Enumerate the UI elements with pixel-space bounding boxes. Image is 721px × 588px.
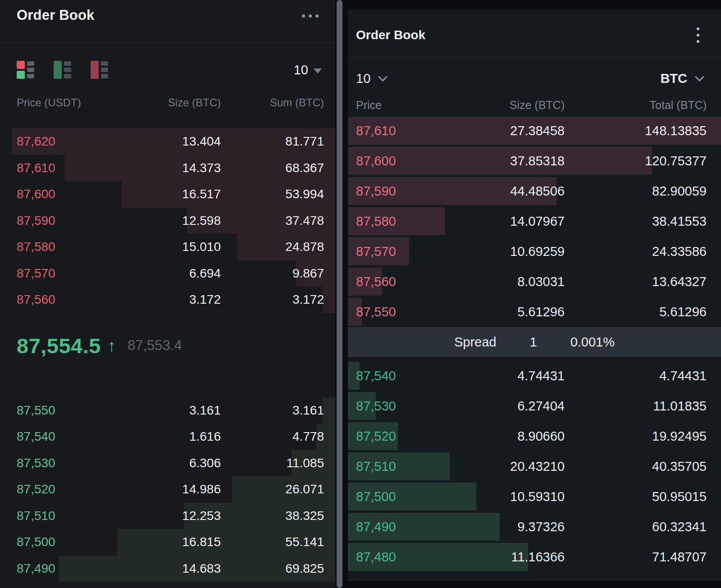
size-value: 9.37326 xyxy=(456,520,565,534)
price-up-arrow-icon: ↑ xyxy=(107,336,116,356)
asks-only-view-icon[interactable] xyxy=(91,61,110,79)
depth-select-value: 10 xyxy=(356,71,370,86)
column-headers: Price Size (BTC) Total (BTC) xyxy=(348,98,721,112)
depth-select-value: 10 xyxy=(294,63,308,77)
ask-row[interactable]: 87,5608.0303113.64327 xyxy=(348,267,721,297)
bid-price: 87,520 xyxy=(17,482,126,497)
bid-row[interactable]: 87,51020.4321040.35705 xyxy=(348,451,721,482)
order-book-toolbar: 10 BTC xyxy=(348,64,721,93)
ask-row[interactable]: 87,5706.6949.867 xyxy=(0,260,335,287)
ask-row[interactable]: 87,57010.6925924.33586 xyxy=(348,237,721,267)
bid-row[interactable]: 87,51012.25338.325 xyxy=(0,503,335,529)
sum-value: 5.61296 xyxy=(565,305,707,319)
bid-price: 87,480 xyxy=(356,550,456,565)
ask-price: 87,610 xyxy=(17,161,126,175)
size-column-header: Size (BTC) xyxy=(456,99,565,112)
ask-row[interactable]: 87,58015.01024.878 xyxy=(0,234,335,260)
depth-bar xyxy=(323,287,335,313)
bid-row[interactable]: 87,5306.2740411.01835 xyxy=(348,391,721,421)
window-divider-handle[interactable] xyxy=(337,0,342,588)
ask-row[interactable]: 87,5505.612965.61296 xyxy=(348,297,721,327)
price-column-header: Price xyxy=(356,99,456,112)
panel-title: Order Book xyxy=(356,28,425,42)
ask-row[interactable]: 87,60037.85318120.75377 xyxy=(348,146,721,176)
size-value: 20.43210 xyxy=(456,459,565,474)
bid-row[interactable]: 87,5401.6164.778 xyxy=(0,424,335,450)
column-headers: Price (USDT) Size (BTC) Sum (BTC) xyxy=(0,96,335,109)
bid-row[interactable]: 87,52014.98626.071 xyxy=(0,476,335,503)
chevron-down-icon xyxy=(695,72,704,81)
bid-price: 87,500 xyxy=(356,489,456,504)
sum-value: 19.92495 xyxy=(565,429,707,444)
bid-price: 87,540 xyxy=(17,429,126,444)
bid-row[interactable]: 87,50010.5931050.95015 xyxy=(348,482,721,512)
asset-select-value: BTC xyxy=(660,71,687,86)
sum-value: 55.141 xyxy=(221,535,324,549)
size-value: 6.27404 xyxy=(456,399,565,414)
more-horizontal-icon[interactable] xyxy=(302,14,319,18)
bid-price: 87,490 xyxy=(17,561,126,576)
bids-list: 87,5503.1613.16187,5401.6164.77887,5306.… xyxy=(0,397,335,582)
ask-price: 87,570 xyxy=(356,244,456,259)
size-value: 5.61296 xyxy=(456,305,565,319)
bid-row[interactable]: 87,4909.3732660.32341 xyxy=(348,512,721,542)
sum-value: 38.41553 xyxy=(565,214,707,229)
ask-row[interactable]: 87,58014.0796738.41553 xyxy=(348,206,721,237)
combined-book-view-icon[interactable] xyxy=(17,61,37,79)
sum-value: 38.325 xyxy=(221,509,324,523)
bid-row[interactable]: 87,5208.9066019.92495 xyxy=(348,421,721,451)
sum-value: 3.161 xyxy=(221,403,324,418)
bid-row[interactable]: 87,48011.1636671.48707 xyxy=(348,542,721,572)
bid-row[interactable]: 87,5306.30611.085 xyxy=(0,450,335,477)
bids-only-view-icon[interactable] xyxy=(54,61,73,79)
depth-select[interactable]: 10 xyxy=(294,63,322,77)
bid-row[interactable]: 87,49014.68369.825 xyxy=(0,556,335,582)
bid-row[interactable]: 87,5503.1613.161 xyxy=(0,397,335,424)
size-value: 10.59310 xyxy=(456,489,565,504)
ask-price: 87,560 xyxy=(17,292,126,307)
bid-price: 87,530 xyxy=(356,399,456,414)
ask-row[interactable]: 87,5603.1723.172 xyxy=(0,287,335,313)
ask-row[interactable]: 87,61027.38458148.13835 xyxy=(348,116,721,146)
ask-row[interactable]: 87,59012.59837.478 xyxy=(0,208,335,234)
panel-title: Order Book xyxy=(17,7,95,23)
sum-value: 3.172 xyxy=(221,292,324,307)
ask-row[interactable]: 87,62013.40481.771 xyxy=(0,128,335,155)
size-value: 14.07967 xyxy=(456,214,565,229)
caret-down-icon xyxy=(314,68,322,73)
sum-value: 11.085 xyxy=(221,456,324,470)
bid-price: 87,530 xyxy=(17,456,126,470)
asset-select[interactable]: BTC xyxy=(660,71,703,86)
bid-row[interactable]: 87,5404.744314.74431 xyxy=(348,361,721,391)
bids-list: 87,5404.744314.7443187,5306.2740411.0183… xyxy=(348,361,721,572)
bid-row[interactable]: 87,50016.81555.141 xyxy=(0,529,335,556)
size-value: 27.38458 xyxy=(456,123,565,138)
ask-row[interactable]: 87,61014.37368.367 xyxy=(0,155,335,182)
mark-price: 87,553.4 xyxy=(128,337,182,354)
size-value: 44.48506 xyxy=(456,184,565,199)
order-book-panel-right: Order Book 10 BTC Price Size (BTC) Total… xyxy=(348,10,721,580)
spread-row: Spread 1 0.001% xyxy=(348,327,721,357)
more-vertical-icon[interactable] xyxy=(695,26,701,45)
sum-value: 82.90059 xyxy=(565,184,707,199)
ask-row[interactable]: 87,59044.4850682.90059 xyxy=(348,176,721,206)
ask-price: 87,550 xyxy=(356,305,456,319)
sum-value: 81.771 xyxy=(221,134,324,149)
sum-value: 4.778 xyxy=(221,429,324,444)
size-value: 10.69259 xyxy=(456,244,565,259)
sum-value: 68.367 xyxy=(221,161,324,175)
sum-value: 53.994 xyxy=(221,187,324,201)
sum-value: 4.74431 xyxy=(565,369,707,383)
sum-value: 37.478 xyxy=(221,214,324,228)
bid-price: 87,540 xyxy=(356,369,456,383)
size-value: 4.74431 xyxy=(456,369,565,383)
last-price: 87,554.5 xyxy=(17,333,101,358)
bid-price: 87,510 xyxy=(17,509,126,523)
depth-select[interactable]: 10 xyxy=(356,71,386,86)
size-value: 13.404 xyxy=(126,134,221,149)
sum-column-header: Sum (BTC) xyxy=(221,96,324,109)
order-book-panel-left: Order Book 10 Price (USDT) Size (BTC) Su xyxy=(0,0,335,588)
sum-value: 120.75377 xyxy=(565,154,707,169)
sum-value: 71.48707 xyxy=(565,550,707,565)
ask-row[interactable]: 87,60016.51753.994 xyxy=(0,181,335,208)
